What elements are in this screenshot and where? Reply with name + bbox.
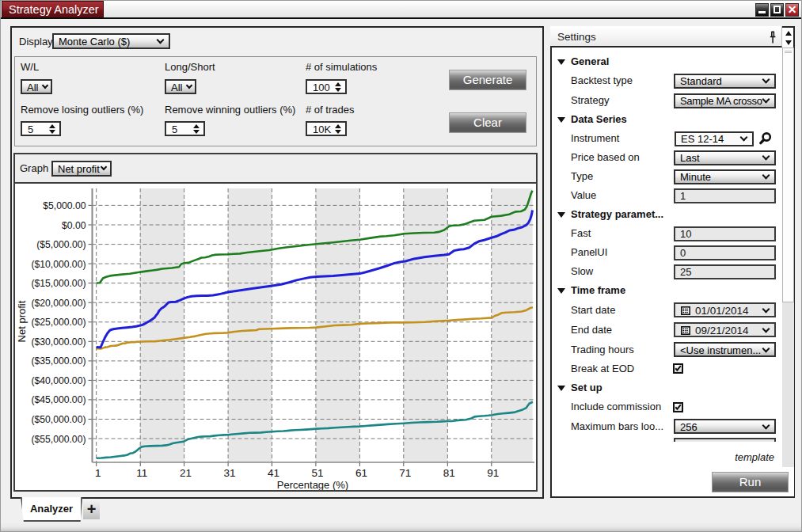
svg-text:($40,000.00): ($40,000.00) — [31, 375, 86, 386]
svg-text:$5,000.00: $5,000.00 — [43, 200, 86, 211]
svg-text:($5,000.00): ($5,000.00) — [36, 239, 86, 250]
svg-text:31: 31 — [224, 467, 236, 479]
svg-text:($20,000.00): ($20,000.00) — [31, 298, 86, 309]
svg-text:($10,000.00): ($10,000.00) — [31, 259, 86, 270]
svg-text:61: 61 — [355, 467, 367, 479]
svg-text:Net profit: Net profit — [16, 300, 28, 342]
svg-text:81: 81 — [443, 467, 455, 479]
svg-text:$0.00: $0.00 — [62, 220, 86, 231]
svg-text:($15,000.00): ($15,000.00) — [31, 278, 86, 289]
svg-text:91: 91 — [487, 467, 499, 479]
svg-text:21: 21 — [180, 467, 192, 479]
svg-text:11: 11 — [136, 467, 147, 479]
svg-text:71: 71 — [399, 467, 411, 479]
svg-text:Percentage (%): Percentage (%) — [277, 479, 348, 490]
svg-text:($55,000.00): ($55,000.00) — [31, 434, 86, 445]
svg-text:1: 1 — [95, 467, 101, 479]
svg-text:($45,000.00): ($45,000.00) — [31, 394, 86, 405]
svg-text:($35,000.00): ($35,000.00) — [31, 355, 86, 367]
svg-text:41: 41 — [268, 467, 279, 479]
svg-text:($25,000.00): ($25,000.00) — [31, 317, 86, 328]
svg-text:($30,000.00): ($30,000.00) — [31, 336, 86, 348]
svg-text:($50,000.00): ($50,000.00) — [31, 414, 86, 425]
svg-text:51: 51 — [311, 467, 323, 479]
